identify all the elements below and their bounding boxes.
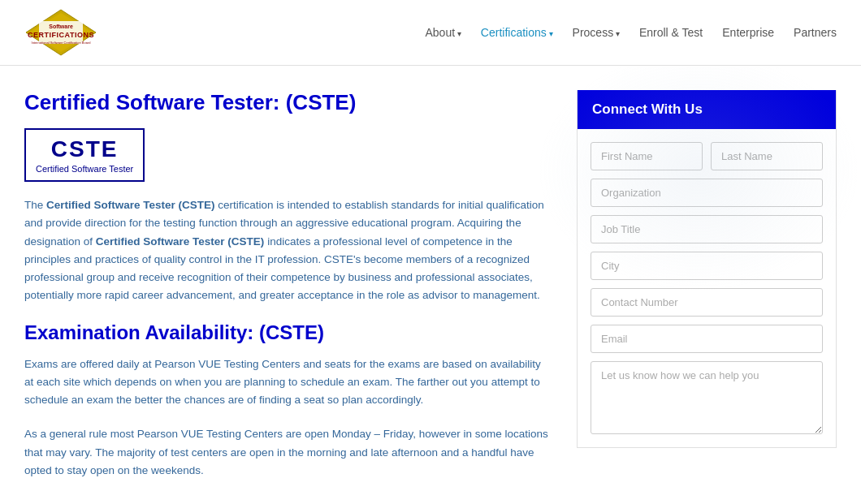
nav-link-process[interactable]: Process xyxy=(573,26,620,39)
cste-subtitle: Certified Software Tester xyxy=(36,164,133,174)
job-title-input[interactable] xyxy=(591,215,823,243)
nav-item-enterprise[interactable]: Enterprise xyxy=(722,26,774,39)
connect-box: Connect With Us xyxy=(577,90,837,448)
svg-text:CERTIFICATIONS: CERTIFICATIONS xyxy=(28,31,94,39)
nav-item-about[interactable]: About xyxy=(425,26,461,39)
nav-links: About Certifications Process Enroll & Te… xyxy=(425,26,837,39)
nav-item-certifications[interactable]: Certifications xyxy=(481,26,553,39)
navbar: Software CERTIFICATIONS International So… xyxy=(0,0,861,66)
cste-letters: CSTE xyxy=(36,136,133,162)
svg-text:Software: Software xyxy=(49,24,73,29)
last-name-input[interactable] xyxy=(711,142,823,170)
email-input[interactable] xyxy=(591,325,823,353)
page-title: Certified Software Tester: (CSTE) xyxy=(24,90,552,115)
description-paragraph: The Certified Software Tester (CSTE) cer… xyxy=(24,196,552,305)
contact-number-input[interactable] xyxy=(591,288,823,317)
nav-link-about[interactable]: About xyxy=(425,26,461,39)
message-textarea[interactable] xyxy=(591,361,823,434)
sidebar-form: Connect With Us xyxy=(577,90,837,496)
exam-paragraph-1: Exams are offered daily at Pearson VUE T… xyxy=(24,355,552,410)
city-input[interactable] xyxy=(591,252,823,280)
nav-item-process[interactable]: Process xyxy=(573,26,620,39)
nav-item-partners[interactable]: Partners xyxy=(794,26,837,39)
nav-link-partners[interactable]: Partners xyxy=(794,26,837,39)
exam-section-title: Examination Availability: (CSTE) xyxy=(24,321,552,344)
organization-input[interactable] xyxy=(591,179,823,207)
nav-link-enterprise[interactable]: Enterprise xyxy=(722,26,774,39)
cste-logo-box: CSTE Certified Software Tester xyxy=(24,128,145,182)
connect-form xyxy=(578,129,836,447)
connect-header: Connect With Us xyxy=(578,90,836,129)
main-content: Certified Software Tester: (CSTE) CSTE C… xyxy=(24,90,552,496)
logo[interactable]: Software CERTIFICATIONS International So… xyxy=(24,8,97,57)
nav-link-certifications[interactable]: Certifications xyxy=(481,26,553,39)
exam-paragraph-2: As a general rule most Pearson VUE Testi… xyxy=(24,425,552,480)
logo-icon: Software CERTIFICATIONS International So… xyxy=(24,8,97,57)
svg-text:International Software Certifi: International Software Certification Boa… xyxy=(32,41,91,45)
name-row xyxy=(591,142,823,170)
nav-link-enroll[interactable]: Enroll & Test xyxy=(639,26,703,39)
nav-item-enroll[interactable]: Enroll & Test xyxy=(639,26,703,39)
first-name-input[interactable] xyxy=(591,142,703,170)
